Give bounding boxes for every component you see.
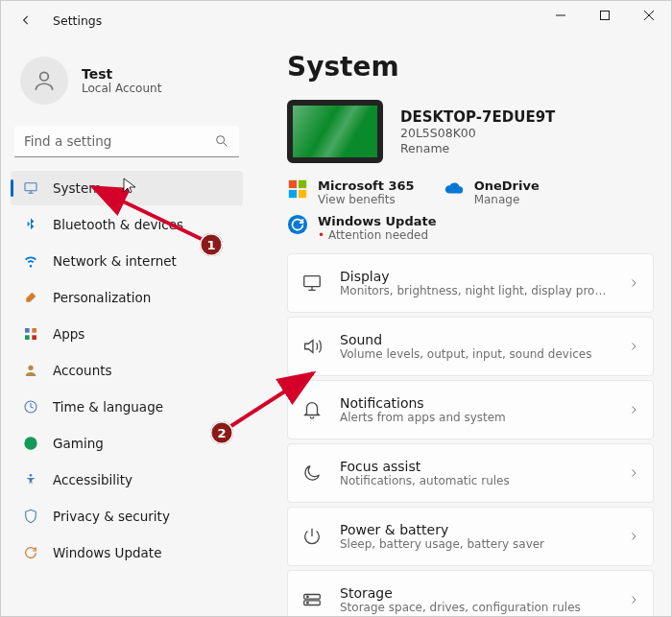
svg-point-21	[307, 602, 308, 603]
sidebar-item-label: Network & internet	[53, 253, 177, 269]
settings-window: Settings Test Local Account	[0, 0, 672, 617]
row-storage[interactable]: StorageStorage space, drives, configurat…	[287, 570, 654, 616]
tile-sub: Manage	[474, 193, 540, 206]
titlebar: Settings	[1, 1, 671, 39]
row-focus-assist[interactable]: Focus assistNotifications, automatic rul…	[287, 443, 654, 503]
svg-point-20	[307, 596, 308, 597]
gaming-icon	[22, 435, 39, 452]
search-icon	[214, 133, 229, 149]
svg-rect-12	[289, 180, 297, 188]
service-tiles-2: Windows Update Attention needed	[287, 214, 654, 242]
sidebar: Test Local Account System Bluetooth & de…	[1, 39, 251, 616]
close-button[interactable]	[627, 1, 671, 30]
sidebar-item-label: Bluetooth & devices	[53, 217, 183, 232]
search-input[interactable]	[14, 126, 239, 157]
row-sub: Storage space, drives, configuration rul…	[340, 601, 611, 614]
tile-windows-update[interactable]: Windows Update Attention needed	[287, 214, 437, 242]
sidebar-item-label: Time & language	[53, 399, 163, 415]
annotation-badge-2: 2	[210, 421, 233, 444]
account-block[interactable]: Test Local Account	[11, 49, 243, 122]
sidebar-item-time-language[interactable]: Time & language	[11, 390, 243, 424]
sound-icon	[301, 336, 323, 357]
power-icon	[301, 526, 323, 547]
brush-icon	[22, 289, 39, 306]
svg-rect-13	[299, 180, 306, 188]
tile-title: Microsoft 365	[318, 178, 415, 193]
sidebar-item-label: System	[53, 180, 101, 196]
account-name: Test	[82, 66, 161, 82]
sidebar-item-label: Accounts	[53, 363, 112, 378]
device-block: DESKTOP-7EDUE9T 20L5S08K00 Rename	[287, 100, 654, 163]
row-title: Display	[340, 269, 611, 284]
row-title: Focus assist	[340, 459, 611, 474]
sidebar-item-label: Apps	[53, 326, 84, 342]
bell-icon	[301, 399, 323, 420]
account-type: Local Account	[82, 82, 161, 95]
tile-sub: View benefits	[318, 193, 415, 206]
svg-rect-6	[25, 335, 30, 340]
row-sub: Sleep, battery usage, battery saver	[340, 537, 611, 551]
update-badge-icon	[287, 214, 308, 235]
tile-title: OneDrive	[474, 178, 540, 193]
svg-point-8	[28, 366, 33, 370]
moon-icon	[301, 463, 323, 484]
svg-point-2	[217, 136, 225, 144]
row-sound[interactable]: SoundVolume levels, output, input, sound…	[287, 317, 654, 376]
wifi-icon	[22, 252, 39, 270]
cursor-icon	[123, 178, 136, 195]
bluetooth-icon	[22, 216, 39, 233]
update-icon	[22, 544, 39, 561]
chevron-right-icon	[628, 277, 639, 289]
annotation-badge-1: 1	[200, 233, 223, 256]
chevron-right-icon	[628, 404, 639, 415]
page-title: System	[287, 51, 654, 83]
sidebar-item-label: Privacy & security	[53, 509, 170, 524]
svg-rect-14	[289, 190, 297, 198]
sidebar-item-apps[interactable]: Apps	[11, 317, 243, 351]
search-box[interactable]	[14, 126, 239, 157]
chevron-right-icon	[628, 467, 639, 479]
sidebar-item-windows-update[interactable]: Windows Update	[11, 535, 243, 570]
main-panel: System DESKTOP-7EDUE9T 20L5S08K00 Rename…	[251, 39, 671, 616]
svg-point-1	[40, 72, 49, 81]
tile-sub: Attention needed	[318, 228, 437, 242]
device-model: 20L5S08K00	[400, 126, 555, 140]
tile-microsoft365[interactable]: Microsoft 365 View benefits	[287, 178, 415, 206]
svg-rect-4	[25, 328, 30, 333]
row-sub: Volume levels, output, input, sound devi…	[340, 347, 611, 361]
sidebar-item-gaming[interactable]: Gaming	[11, 426, 243, 461]
sidebar-item-label: Gaming	[53, 436, 104, 451]
sidebar-item-personalization[interactable]: Personalization	[11, 280, 243, 315]
accessibility-icon	[22, 471, 39, 488]
row-display[interactable]: DisplayMonitors, brightness, night light…	[287, 253, 654, 313]
maximize-button[interactable]	[583, 1, 627, 30]
chevron-right-icon	[628, 531, 639, 542]
row-title: Sound	[340, 332, 611, 347]
row-sub: Alerts from apps and system	[340, 411, 611, 424]
svg-rect-0	[601, 12, 610, 20]
svg-point-10	[24, 437, 36, 449]
tile-onedrive[interactable]: OneDrive Manage	[444, 178, 540, 206]
svg-rect-17	[304, 276, 321, 287]
row-power[interactable]: Power & batterySleep, battery usage, bat…	[287, 507, 654, 566]
back-button[interactable]	[12, 7, 39, 34]
row-title: Storage	[340, 585, 611, 601]
window-title: Settings	[53, 13, 102, 28]
settings-list: DisplayMonitors, brightness, night light…	[287, 253, 654, 616]
sidebar-item-label: Personalization	[53, 290, 151, 305]
rename-link[interactable]: Rename	[400, 141, 555, 155]
svg-point-16	[288, 215, 307, 234]
svg-rect-15	[299, 190, 306, 198]
svg-rect-5	[32, 328, 36, 333]
minimize-button[interactable]	[539, 1, 583, 30]
system-icon	[22, 179, 39, 197]
row-notifications[interactable]: NotificationsAlerts from apps and system	[287, 380, 654, 439]
avatar	[20, 57, 68, 105]
storage-icon	[301, 589, 323, 610]
nav-list: System Bluetooth & devices Network & int…	[11, 171, 243, 570]
tile-title: Windows Update	[318, 214, 437, 228]
svg-rect-3	[25, 183, 36, 191]
sidebar-item-privacy[interactable]: Privacy & security	[11, 499, 243, 534]
sidebar-item-accounts[interactable]: Accounts	[11, 353, 243, 388]
sidebar-item-accessibility[interactable]: Accessibility	[11, 463, 243, 497]
